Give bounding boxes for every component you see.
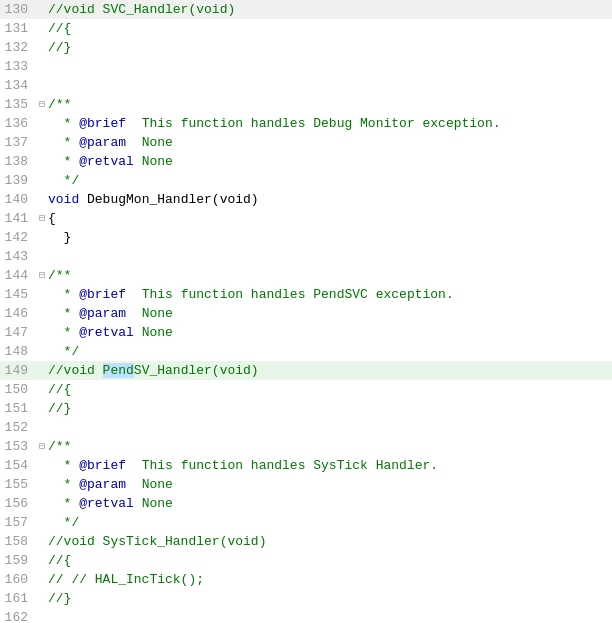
fold-indicator: [36, 19, 48, 38]
code-content: * @brief This function handles SysTick H…: [48, 456, 438, 475]
fold-indicator[interactable]: ⊟: [36, 437, 48, 456]
line-number: 161: [0, 589, 36, 608]
code-line: 134: [0, 76, 612, 95]
fold-indicator: [36, 532, 48, 551]
fold-indicator: [36, 323, 48, 342]
code-content: /**: [48, 266, 71, 285]
code-content: * @param None: [48, 475, 173, 494]
code-content: //}: [48, 399, 71, 418]
fold-indicator: [36, 152, 48, 171]
line-number: 146: [0, 304, 36, 323]
code-line: 152: [0, 418, 612, 437]
fold-indicator: [36, 114, 48, 133]
fold-indicator: [36, 190, 48, 209]
code-line: 159 //{: [0, 551, 612, 570]
code-line: 146 * @param None: [0, 304, 612, 323]
line-number: 140: [0, 190, 36, 209]
code-content: */: [48, 342, 79, 361]
fold-indicator[interactable]: ⊟: [36, 95, 48, 114]
code-line: 154 * @brief This function handles SysTi…: [0, 456, 612, 475]
code-line: 140 void DebugMon_Handler(void): [0, 190, 612, 209]
fold-indicator: [36, 418, 48, 437]
fold-indicator: [36, 570, 48, 589]
code-line: 157 */: [0, 513, 612, 532]
fold-indicator: [36, 57, 48, 76]
code-line: 135⊟/**: [0, 95, 612, 114]
fold-indicator: [36, 76, 48, 95]
code-line: 162: [0, 608, 612, 623]
code-line: 148 */: [0, 342, 612, 361]
code-content: void DebugMon_Handler(void): [48, 190, 259, 209]
fold-indicator: [36, 0, 48, 19]
code-line: 150 //{: [0, 380, 612, 399]
code-line: 156 * @retval None: [0, 494, 612, 513]
line-number: 158: [0, 532, 36, 551]
line-number: 150: [0, 380, 36, 399]
code-line: 153⊟/**: [0, 437, 612, 456]
fold-indicator: [36, 551, 48, 570]
line-number: 130: [0, 0, 36, 19]
code-line: 132 //}: [0, 38, 612, 57]
code-line: 142 }: [0, 228, 612, 247]
line-number: 148: [0, 342, 36, 361]
code-content: //}: [48, 589, 71, 608]
line-number: 153: [0, 437, 36, 456]
code-content: * @brief This function handles Debug Mon…: [48, 114, 501, 133]
code-content: [48, 57, 56, 76]
line-number: 147: [0, 323, 36, 342]
code-line: 155 * @param None: [0, 475, 612, 494]
code-line: 141⊟{: [0, 209, 612, 228]
code-line: 143: [0, 247, 612, 266]
fold-indicator: [36, 247, 48, 266]
fold-indicator: [36, 304, 48, 323]
fold-indicator: [36, 513, 48, 532]
fold-indicator: [36, 456, 48, 475]
line-number: 138: [0, 152, 36, 171]
fold-indicator: [36, 361, 48, 380]
fold-indicator: [36, 380, 48, 399]
fold-indicator: [36, 228, 48, 247]
code-content: * @param None: [48, 304, 173, 323]
code-line: 147 * @retval None: [0, 323, 612, 342]
line-number: 134: [0, 76, 36, 95]
fold-indicator: [36, 475, 48, 494]
line-number: 135: [0, 95, 36, 114]
code-line: 161 //}: [0, 589, 612, 608]
code-line: 145 * @brief This function handles PendS…: [0, 285, 612, 304]
fold-indicator: [36, 342, 48, 361]
code-content: * @param None: [48, 133, 173, 152]
code-content: /**: [48, 437, 71, 456]
fold-indicator[interactable]: ⊟: [36, 209, 48, 228]
code-content: * @retval None: [48, 152, 173, 171]
code-content: * @brief This function handles PendSVC e…: [48, 285, 454, 304]
code-content: {: [48, 209, 56, 228]
code-content: [48, 608, 56, 623]
code-line: 158 //void SysTick_Handler(void): [0, 532, 612, 551]
line-number: 154: [0, 456, 36, 475]
code-content: * @retval None: [48, 323, 173, 342]
code-content: */: [48, 171, 79, 190]
line-number: 157: [0, 513, 36, 532]
line-number: 151: [0, 399, 36, 418]
code-line: 137 * @param None: [0, 133, 612, 152]
fold-indicator: [36, 494, 48, 513]
code-line: 149 //void PendSV_Handler(void): [0, 361, 612, 380]
line-number: 133: [0, 57, 36, 76]
code-content: //void PendSV_Handler(void): [48, 361, 259, 380]
fold-indicator: [36, 589, 48, 608]
code-content: //}: [48, 38, 71, 57]
fold-indicator[interactable]: ⊟: [36, 266, 48, 285]
code-line: 138 * @retval None: [0, 152, 612, 171]
line-number: 149: [0, 361, 36, 380]
code-line: 139 */: [0, 171, 612, 190]
code-content: * @retval None: [48, 494, 173, 513]
line-number: 136: [0, 114, 36, 133]
fold-indicator: [36, 171, 48, 190]
code-content: */: [48, 513, 79, 532]
line-number: 131: [0, 19, 36, 38]
fold-indicator: [36, 399, 48, 418]
code-content: //{: [48, 19, 71, 38]
code-line: 136 * @brief This function handles Debug…: [0, 114, 612, 133]
code-line: 144⊟/**: [0, 266, 612, 285]
code-line: 131 //{: [0, 19, 612, 38]
